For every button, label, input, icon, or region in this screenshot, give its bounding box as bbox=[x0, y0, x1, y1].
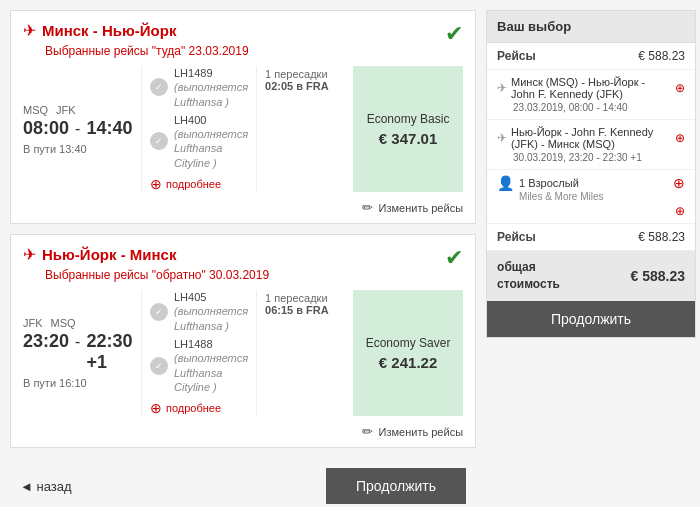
continue-button-sidebar[interactable]: Продолжить bbox=[487, 301, 695, 337]
sidebar-flight2-plus-icon[interactable]: ⊕ bbox=[675, 131, 685, 145]
sidebar-person-plus-icon[interactable]: ⊕ bbox=[673, 175, 685, 191]
sidebar-flight2-plane-icon: ✈ bbox=[497, 131, 507, 145]
inbound-more-link[interactable]: ⊕ подробнее bbox=[150, 400, 248, 416]
back-link[interactable]: ◄ назад bbox=[20, 479, 72, 494]
outbound-more-plus-icon: ⊕ bbox=[150, 176, 162, 192]
inbound-details: JFK MSQ 23:20 - 22:30 +1 В пути 16:10 ✓ bbox=[23, 290, 463, 416]
inbound-route-title: Нью-Йорк - Минск bbox=[42, 246, 176, 263]
outbound-change-row[interactable]: ✏ Изменить рейсы bbox=[23, 200, 463, 215]
outbound-seg1: ✓ LH1489 (выполняетсяLufthansa ) bbox=[150, 66, 248, 109]
inbound-segments: ✓ LH405 (выполняетсяLufthansa ) ✓ LH1488… bbox=[141, 290, 257, 416]
sidebar-flights-row: Рейсы € 588.23 bbox=[487, 43, 695, 70]
outbound-plane-icon: ✈ bbox=[23, 21, 36, 40]
inbound-seg1-icon: ✓ bbox=[150, 303, 168, 321]
sidebar: Ваш выбор Рейсы € 588.23 ✈ Минск (MSQ) -… bbox=[486, 10, 696, 504]
sidebar-person-icon: 👤 bbox=[497, 175, 514, 191]
inbound-airports: JFK MSQ bbox=[23, 317, 133, 329]
outbound-seg1-icon: ✓ bbox=[150, 78, 168, 96]
sidebar-person-row: 👤 1 Взрослый ⊕ Miles & More Miles ⊕ bbox=[487, 170, 695, 224]
outbound-pencil-icon: ✏ bbox=[362, 200, 373, 215]
sidebar-flights-row2: Рейсы € 588.23 bbox=[487, 224, 695, 251]
inbound-subtitle: Выбранные рейсы "обратно" 30.03.2019 bbox=[45, 268, 463, 282]
sidebar-person-add-icon[interactable]: ⊕ bbox=[675, 204, 685, 218]
outbound-travel-time: В пути 13:40 bbox=[23, 143, 133, 155]
outbound-seg2-icon: ✓ bbox=[150, 132, 168, 150]
inbound-pencil-icon: ✏ bbox=[362, 424, 373, 439]
sidebar-header: Ваш выбор bbox=[487, 11, 695, 43]
outbound-stops: 1 пересадки 02:05 в FRA bbox=[265, 66, 345, 192]
left-panel: ✈ Минск - Нью-Йорк Выбранные рейсы "туда… bbox=[10, 10, 476, 504]
inbound-more-plus-icon: ⊕ bbox=[150, 400, 162, 416]
outbound-airports: MSQ JFK bbox=[23, 104, 133, 116]
outbound-times: MSQ JFK 08:00 - 14:40 В пути 13:40 bbox=[23, 66, 133, 192]
outbound-subtitle: Выбранные рейсы "туда" 23.03.2019 bbox=[45, 44, 463, 58]
outbound-time-row: 08:00 - 14:40 bbox=[23, 118, 133, 139]
outbound-details: MSQ JFK 08:00 - 14:40 В пути 13:40 ✓ bbox=[23, 66, 463, 192]
sidebar-flight1: ✈ Минск (MSQ) - Нью-Йорк - John F. Kenne… bbox=[487, 70, 695, 120]
sidebar-flight1-plus-icon[interactable]: ⊕ bbox=[675, 81, 685, 95]
outbound-card: ✈ Минск - Нью-Йорк Выбранные рейсы "туда… bbox=[10, 10, 476, 224]
sidebar-person-sub: Miles & More Miles bbox=[519, 191, 685, 202]
inbound-plane-icon: ✈ bbox=[23, 245, 36, 264]
sidebar-flight1-plane-icon: ✈ bbox=[497, 81, 507, 95]
inbound-time-row: 23:20 - 22:30 +1 bbox=[23, 331, 133, 373]
inbound-seg2: ✓ LH1488 (выполняетсяLufthansa Cityline … bbox=[150, 337, 248, 394]
sidebar-panel: Ваш выбор Рейсы € 588.23 ✈ Минск (MSQ) -… bbox=[486, 10, 696, 338]
outbound-route-title: Минск - Нью-Йорк bbox=[42, 22, 176, 39]
inbound-stops: 1 пересадки 06:15 в FRA bbox=[265, 290, 345, 416]
outbound-header: ✈ Минск - Нью-Йорк bbox=[23, 21, 463, 40]
sidebar-flight2-route: ✈ Нью-Йорк - John F. Kennedy (JFK) - Мин… bbox=[497, 126, 685, 150]
inbound-header: ✈ Нью-Йорк - Минск bbox=[23, 245, 463, 264]
outbound-more-link[interactable]: ⊕ подробнее bbox=[150, 176, 248, 192]
outbound-check-icon: ✔ bbox=[445, 21, 463, 47]
outbound-seg2: ✓ LH400 (выполняетсяLufthansa Cityline ) bbox=[150, 113, 248, 170]
inbound-change-row[interactable]: ✏ Изменить рейсы bbox=[23, 424, 463, 439]
outbound-price-box: Economy Basic € 347.01 bbox=[353, 66, 463, 192]
sidebar-total-row: общая стоимость € 588.23 bbox=[487, 251, 695, 301]
sidebar-flight2: ✈ Нью-Йорк - John F. Kennedy (JFK) - Мин… bbox=[487, 120, 695, 170]
inbound-card: ✈ Нью-Йорк - Минск Выбранные рейсы "обра… bbox=[10, 234, 476, 448]
inbound-price-box: Economy Saver € 241.22 bbox=[353, 290, 463, 416]
sidebar-flight1-route: ✈ Минск (MSQ) - Нью-Йорк - John F. Kenne… bbox=[497, 76, 685, 100]
inbound-seg2-icon: ✓ bbox=[150, 357, 168, 375]
inbound-travel-time: В пути 16:10 bbox=[23, 377, 133, 389]
inbound-times: JFK MSQ 23:20 - 22:30 +1 В пути 16:10 bbox=[23, 290, 133, 416]
continue-button-bottom[interactable]: Продолжить bbox=[326, 468, 466, 504]
inbound-seg1: ✓ LH405 (выполняетсяLufthansa ) bbox=[150, 290, 248, 333]
inbound-check-icon: ✔ bbox=[445, 245, 463, 271]
bottom-bar: ◄ назад Продолжить bbox=[10, 458, 476, 504]
outbound-segments: ✓ LH1489 (выполняетсяLufthansa ) ✓ LH400… bbox=[141, 66, 257, 192]
